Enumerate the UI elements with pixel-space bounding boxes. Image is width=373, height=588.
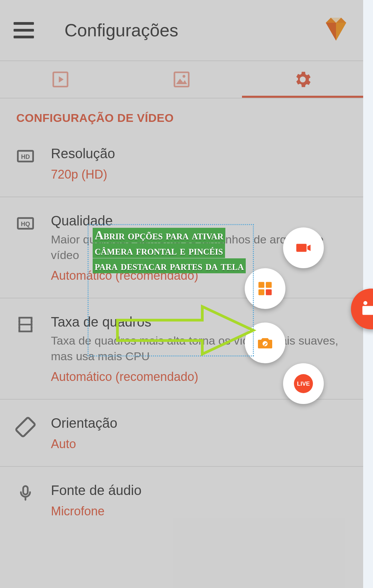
mic-icon	[14, 484, 37, 502]
row-value: Automático (recomendado)	[51, 269, 350, 283]
tab-images[interactable]	[121, 61, 242, 98]
premium-diamond-icon[interactable]	[322, 16, 350, 44]
live-badge-icon: LIVE	[292, 372, 315, 396]
row-title: Fonte de áudio	[51, 482, 350, 499]
row-title: Qualidade	[51, 212, 350, 229]
fab-apps[interactable]	[245, 268, 285, 309]
row-resolution[interactable]: HD Resolução 720p (HD)	[0, 130, 363, 197]
svg-rect-21	[259, 282, 264, 288]
svg-text:HD: HD	[21, 153, 30, 160]
videocam-icon	[294, 238, 313, 257]
svg-marker-6	[336, 23, 346, 41]
svg-marker-5	[326, 23, 336, 41]
svg-text:LIVE: LIVE	[297, 381, 310, 387]
svg-point-25	[263, 341, 268, 346]
row-orientation[interactable]: Orientação Auto	[0, 400, 363, 467]
filmstrip-icon	[14, 315, 37, 334]
svg-point-28	[363, 301, 368, 305]
svg-rect-23	[259, 289, 264, 295]
fab-live[interactable]: LIVE	[283, 363, 324, 404]
row-value: Microfone	[51, 504, 350, 518]
row-title: Resolução	[51, 145, 350, 162]
play-box-icon	[51, 70, 70, 89]
fab-record[interactable]	[283, 227, 324, 268]
row-title: Taxa de quadros	[51, 313, 350, 330]
fab-tools[interactable]	[245, 323, 285, 363]
row-audio-source[interactable]: Fonte de áudio Microfone	[0, 467, 363, 533]
app-header: Configurações	[0, 0, 363, 61]
row-value: 720p (HD)	[51, 167, 350, 182]
tab-bar	[0, 61, 363, 98]
section-video-config: CONFIGURAÇÃO DE VÍDEO	[0, 98, 363, 130]
svg-rect-24	[266, 289, 272, 295]
camera-tools-icon	[256, 333, 275, 352]
tab-settings[interactable]	[242, 61, 363, 98]
svg-rect-9	[174, 72, 189, 87]
hd-icon: HD	[14, 147, 37, 165]
svg-text:HQ: HQ	[21, 221, 30, 227]
grid-apps-icon	[256, 280, 274, 297]
hq-icon: HQ	[14, 214, 37, 233]
svg-rect-20	[16, 417, 35, 437]
row-value: Auto	[51, 437, 350, 451]
svg-marker-8	[59, 76, 64, 83]
image-box-icon	[172, 70, 191, 89]
gear-icon	[293, 69, 313, 90]
row-title: Orientação	[51, 415, 350, 431]
svg-point-11	[183, 75, 185, 77]
rotate-icon	[14, 417, 37, 438]
recorder-cam-icon	[359, 297, 373, 321]
svg-rect-22	[266, 282, 272, 288]
page-title: Configurações	[64, 20, 322, 40]
menu-icon[interactable]	[14, 22, 34, 38]
row-desc: Taxa de quadros mais alta torna os vídeo…	[51, 333, 350, 364]
svg-marker-10	[176, 79, 187, 84]
tab-videos[interactable]	[0, 61, 121, 98]
